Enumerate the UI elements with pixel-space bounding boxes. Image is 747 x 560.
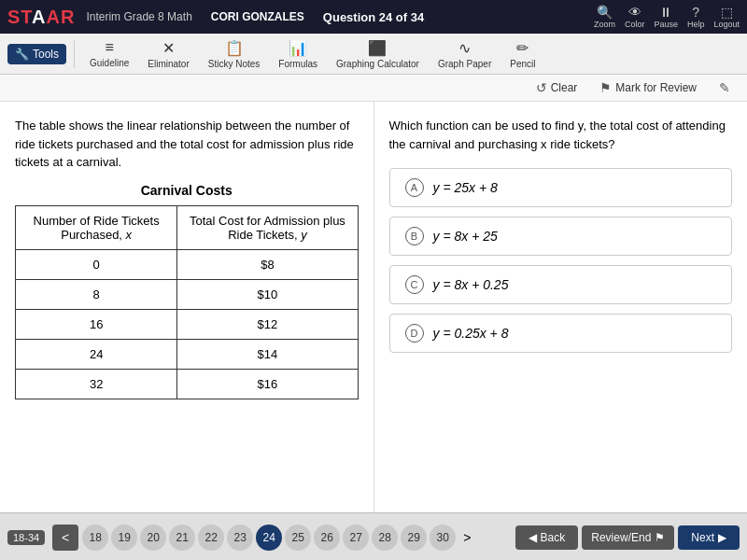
- review-end-button[interactable]: Review/End ⚑: [582, 525, 674, 550]
- back-button[interactable]: ◀ Back: [515, 525, 579, 550]
- tools-button[interactable]: 🔧 Tools: [7, 44, 66, 64]
- prev-range-button[interactable]: <: [52, 525, 78, 551]
- mark-review-button[interactable]: ⚑ Mark for Review: [594, 78, 702, 97]
- question-number: Question 24 of 34: [323, 10, 424, 24]
- zoom-label: Zoom: [594, 20, 615, 29]
- option-letter: A: [405, 178, 424, 197]
- formulas-tool[interactable]: 📊 Formulas: [271, 35, 325, 73]
- color-icon: 👁: [628, 5, 641, 20]
- table-cell-y: $16: [177, 369, 358, 399]
- pencil-icon: ✏: [516, 39, 529, 57]
- table-row: 0$8: [16, 249, 359, 279]
- table-cell-x: 0: [16, 249, 177, 279]
- clear-button[interactable]: ↺ Clear: [530, 78, 584, 97]
- answer-option-b[interactable]: By = 8x + 25: [389, 217, 733, 256]
- color-button[interactable]: 👁 Color: [625, 5, 645, 29]
- formulas-icon: 📊: [289, 39, 307, 57]
- table-row: 32$16: [16, 369, 359, 399]
- bottom-navigation: 18-34 < 18192021222324252627282930 > ◀ B…: [0, 512, 747, 560]
- formulas-label: Formulas: [278, 59, 317, 69]
- logo: STAAR: [7, 7, 75, 28]
- zoom-icon: 🔍: [597, 5, 613, 20]
- mark-review-label: Mark for Review: [615, 81, 697, 94]
- main-content: The table shows the linear relationship …: [0, 102, 747, 512]
- sticky-notes-label: Sticky Notes: [208, 59, 261, 69]
- zoom-button[interactable]: 🔍 Zoom: [594, 5, 615, 29]
- range-label: 18-34: [7, 530, 45, 545]
- table-cell-y: $12: [177, 309, 358, 339]
- header: STAAR Interim Grade 8 Math CORI GONZALES…: [0, 0, 747, 34]
- pause-button[interactable]: ⏸ Pause: [654, 5, 678, 29]
- nav-number-18[interactable]: 18: [82, 525, 108, 551]
- more-numbers-button[interactable]: >: [459, 530, 474, 545]
- pencil-tool[interactable]: ✏ Pencil: [502, 35, 543, 73]
- graphing-calculator-label: Graphing Calculator: [336, 59, 419, 69]
- eliminator-label: Eliminator: [148, 59, 189, 69]
- header-icons: 🔍 Zoom 👁 Color ⏸ Pause ? Help ⬚ Logout: [594, 5, 740, 29]
- table-title: Carnival Costs: [15, 183, 359, 198]
- nav-number-26[interactable]: 26: [314, 525, 340, 551]
- logout-button[interactable]: ⬚ Logout: [713, 5, 740, 29]
- option-letter: D: [405, 324, 424, 343]
- nav-number-30[interactable]: 30: [430, 525, 456, 551]
- next-button[interactable]: Next ▶: [678, 525, 740, 550]
- option-formula: y = 25x + 8: [433, 180, 498, 195]
- logout-icon: ⬚: [721, 5, 733, 20]
- table-header-x: Number of Ride Tickets Purchased, x: [16, 205, 177, 249]
- left-question-text: The table shows the linear relationship …: [15, 117, 359, 172]
- nav-number-21[interactable]: 21: [169, 525, 195, 551]
- guideline-label: Guideline: [90, 58, 129, 68]
- nav-number-29[interactable]: 29: [401, 525, 427, 551]
- clear-label: Clear: [551, 81, 578, 94]
- eliminator-tool[interactable]: ✕ Eliminator: [140, 35, 196, 73]
- flag-review-icon: ⚑: [655, 531, 665, 544]
- graphing-calculator-icon: ⬛: [368, 39, 387, 57]
- graph-paper-tool[interactable]: ∿ Graph Paper: [430, 35, 499, 73]
- nav-number-24[interactable]: 24: [256, 525, 282, 551]
- nav-numbers: 18192021222324252627282930: [82, 525, 456, 551]
- tools-label: Tools: [33, 48, 59, 61]
- logout-label: Logout: [713, 20, 740, 29]
- back-arrow-icon: ◀: [529, 531, 537, 544]
- action-bar: ↺ Clear ⚑ Mark for Review ✎: [0, 75, 747, 102]
- guideline-icon: ≡: [105, 39, 113, 56]
- answer-option-a[interactable]: Ay = 25x + 8: [389, 168, 733, 207]
- table-header-y: Total Cost for Admission plus Ride Ticke…: [177, 205, 358, 249]
- table-cell-x: 32: [16, 369, 177, 399]
- table-row: 8$10: [16, 279, 359, 309]
- help-button[interactable]: ? Help: [687, 5, 705, 29]
- sticky-notes-icon: 📋: [225, 39, 244, 57]
- answer-options: Ay = 25x + 8By = 8x + 25Cy = 8x + 0.25Dy…: [389, 168, 733, 353]
- edit-button[interactable]: ✎: [713, 78, 736, 97]
- guideline-tool[interactable]: ≡ Guideline: [82, 35, 136, 72]
- flag-icon: ⚑: [599, 80, 612, 95]
- table-cell-y: $14: [177, 339, 358, 369]
- next-label: Next: [691, 531, 714, 544]
- tools-icon: 🔧: [15, 48, 29, 61]
- right-panel: Which function can be used to find y, th…: [374, 102, 748, 512]
- option-formula: y = 8x + 25: [433, 229, 498, 244]
- pause-label: Pause: [654, 20, 678, 29]
- nav-number-19[interactable]: 19: [111, 525, 137, 551]
- nav-number-25[interactable]: 25: [285, 525, 311, 551]
- nav-number-27[interactable]: 27: [343, 525, 369, 551]
- table-cell-y: $8: [177, 249, 358, 279]
- nav-number-23[interactable]: 23: [227, 525, 253, 551]
- nav-number-22[interactable]: 22: [198, 525, 224, 551]
- answer-option-c[interactable]: Cy = 8x + 0.25: [389, 265, 733, 304]
- clear-icon: ↺: [536, 80, 547, 95]
- graphing-calculator-tool[interactable]: ⬛ Graphing Calculator: [329, 35, 427, 73]
- pencil-label: Pencil: [510, 59, 535, 69]
- table-cell-x: 16: [16, 309, 177, 339]
- edit-icon: ✎: [719, 80, 730, 95]
- answer-option-d[interactable]: Dy = 0.25x + 8: [389, 314, 733, 353]
- nav-number-28[interactable]: 28: [372, 525, 398, 551]
- table-cell-x: 24: [16, 339, 177, 369]
- nav-number-20[interactable]: 20: [140, 525, 166, 551]
- review-end-label: Review/End: [591, 531, 651, 544]
- sticky-notes-tool[interactable]: 📋 Sticky Notes: [201, 35, 268, 73]
- carnival-costs-table: Number of Ride Tickets Purchased, x Tota…: [15, 205, 359, 399]
- back-label: Back: [541, 531, 566, 544]
- test-info: Interim Grade 8 Math CORI GONZALES Quest…: [86, 10, 582, 24]
- toolbar-divider: [74, 40, 75, 68]
